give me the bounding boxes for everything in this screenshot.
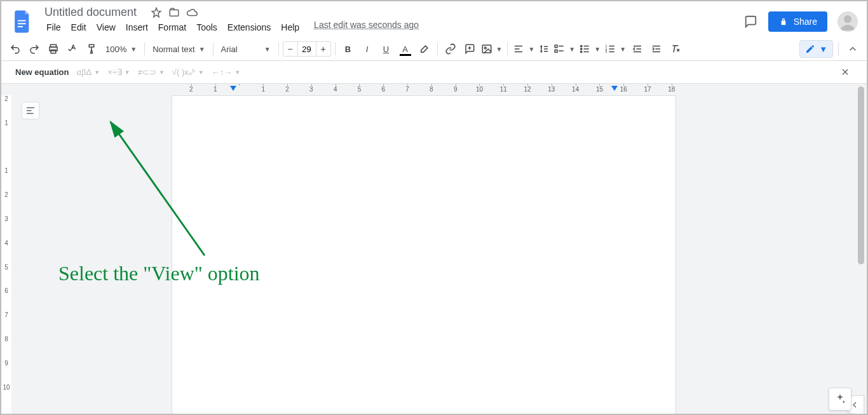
increase-font-button[interactable]: + [316, 44, 330, 54]
document-outline-icon[interactable] [22, 102, 39, 119]
svg-point-13 [581, 45, 582, 46]
font-size-stepper: − + [283, 41, 331, 57]
style-value: Normal text [153, 44, 194, 54]
hide-menus-icon[interactable] [844, 40, 862, 58]
left-margin-marker[interactable] [230, 86, 236, 93]
undo-icon[interactable] [6, 40, 24, 58]
vertical-scrollbar[interactable] [857, 84, 865, 415]
share-button[interactable]: Share [768, 11, 827, 32]
insert-link-icon[interactable] [442, 40, 459, 58]
eq-greek-select[interactable]: αβΔ▼ [77, 67, 100, 77]
menu-file[interactable]: File [42, 20, 65, 35]
svg-point-14 [581, 48, 582, 50]
toolbar: 100%▼ Normal text▼ Arial▼ − + B I U A ▼ … [1, 37, 867, 61]
clear-formatting-icon[interactable] [667, 40, 684, 58]
svg-rect-2 [18, 26, 23, 27]
menubar: File Edit View Insert Format Tools Exten… [41, 20, 419, 37]
insert-image-button[interactable]: ▼ [480, 40, 504, 58]
menu-view[interactable]: View [92, 20, 120, 35]
align-button[interactable]: ▼ [512, 40, 536, 58]
chevron-down-icon: ▼ [620, 46, 626, 53]
cloud-status-icon[interactable] [186, 7, 198, 18]
menu-tools[interactable]: Tools [192, 20, 222, 35]
document-page[interactable] [172, 95, 676, 415]
checklist-button[interactable]: ▼ [552, 40, 576, 58]
line-spacing-button[interactable] [537, 40, 551, 58]
zoom-value: 100% [105, 44, 126, 54]
chevron-down-icon: ▼ [264, 46, 271, 53]
increase-indent-icon[interactable] [648, 40, 665, 58]
separator [335, 43, 336, 55]
zoom-select[interactable]: 100%▼ [102, 40, 140, 58]
decrease-font-button[interactable]: − [283, 44, 297, 54]
separator [213, 43, 214, 55]
svg-text:3: 3 [606, 50, 607, 53]
chevron-down-icon: ▼ [496, 46, 503, 53]
equation-toolbar: New equation αβΔ▼ ×÷∃▼ ≠⊂⊃▼ √( )xₐᵇ▼ ←↑→… [1, 61, 867, 84]
chevron-down-icon: ▼ [199, 46, 205, 53]
bulleted-list-button[interactable]: ▼ [578, 40, 602, 58]
bold-button[interactable]: B [339, 40, 357, 58]
italic-button[interactable]: I [358, 40, 376, 58]
paint-format-icon[interactable] [83, 40, 100, 58]
svg-rect-12 [555, 50, 558, 53]
print-icon[interactable] [44, 40, 62, 58]
spellcheck-icon[interactable] [64, 40, 81, 58]
paragraph-style-select[interactable]: Normal text▼ [149, 40, 208, 58]
separator [278, 43, 279, 55]
svg-rect-9 [482, 45, 491, 53]
svg-rect-11 [555, 45, 558, 48]
chevron-down-icon: ▼ [819, 44, 827, 54]
eq-arrows-select[interactable]: ←↑→▼ [212, 67, 240, 77]
chevron-down-icon: ▼ [569, 46, 575, 53]
horizontal-ruler[interactable]: 21123456789101112131415161718 [14, 84, 854, 94]
comments-history-icon[interactable] [743, 14, 758, 29]
eq-math-select[interactable]: √( )xₐᵇ▼ [172, 67, 204, 77]
docs-logo[interactable] [10, 9, 36, 34]
eq-relations-select[interactable]: ≠⊂⊃▼ [138, 67, 165, 77]
text-color-button[interactable]: A [397, 40, 414, 58]
numbered-list-button[interactable]: 123▼ [603, 40, 627, 58]
svg-point-10 [484, 47, 486, 49]
close-equation-bar-icon[interactable]: × [837, 65, 853, 79]
account-avatar[interactable] [837, 11, 858, 32]
highlight-color-button[interactable] [416, 40, 433, 58]
svg-rect-3 [170, 10, 179, 16]
svg-rect-1 [18, 23, 26, 24]
editing-mode-select[interactable]: ▼ [799, 40, 833, 58]
redo-icon[interactable] [25, 40, 43, 58]
menu-format[interactable]: Format [154, 20, 191, 35]
svg-point-5 [844, 15, 851, 23]
chevron-down-icon: ▼ [130, 46, 137, 53]
separator [507, 43, 508, 55]
menu-insert[interactable]: Insert [121, 20, 153, 35]
svg-point-15 [581, 51, 582, 52]
document-canvas: 21123456789101112131415161718 2112345678… [1, 84, 867, 415]
explore-button[interactable] [829, 388, 851, 411]
chevron-down-icon: ▼ [594, 46, 600, 53]
menu-help[interactable]: Help [276, 20, 304, 35]
separator [437, 43, 438, 55]
font-size-input[interactable] [297, 42, 316, 56]
right-margin-marker[interactable] [611, 86, 618, 93]
menu-extensions[interactable]: Extensions [223, 20, 275, 35]
svg-rect-0 [18, 20, 26, 21]
menu-edit[interactable]: Edit [67, 20, 91, 35]
font-value: Arial [221, 44, 238, 54]
separator [838, 43, 839, 55]
separator [144, 43, 145, 55]
underline-button[interactable]: U [377, 40, 395, 58]
add-comment-icon[interactable] [461, 40, 478, 58]
new-equation-button[interactable]: New equation [15, 67, 69, 77]
star-icon[interactable] [151, 7, 162, 18]
doc-title[interactable]: Untitled document [41, 5, 140, 20]
vertical-ruler[interactable]: 2112345678910 [1, 95, 11, 415]
eq-operators-select[interactable]: ×÷∃▼ [107, 67, 130, 77]
share-label: Share [794, 17, 817, 27]
move-icon[interactable] [168, 7, 180, 18]
last-edit-link[interactable]: Last edit was seconds ago [314, 20, 419, 35]
font-select[interactable]: Arial▼ [217, 40, 275, 58]
decrease-indent-icon[interactable] [628, 40, 646, 58]
chevron-down-icon: ▼ [528, 46, 534, 53]
